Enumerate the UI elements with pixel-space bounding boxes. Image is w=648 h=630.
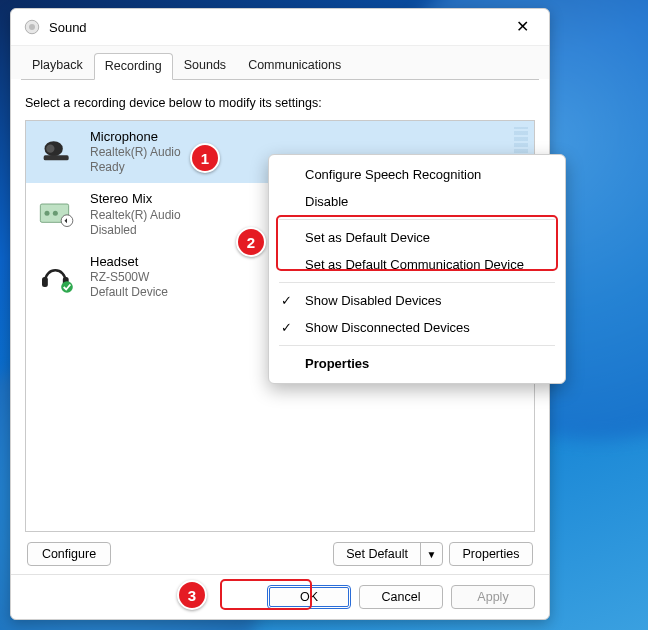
device-name: Microphone bbox=[90, 129, 181, 145]
properties-button[interactable]: Properties bbox=[449, 542, 533, 566]
set-default-split-button[interactable]: Set Default ▼ bbox=[333, 542, 443, 566]
svg-rect-4 bbox=[44, 155, 69, 160]
device-driver: Realtek(R) Audio bbox=[90, 208, 181, 223]
svg-point-7 bbox=[53, 211, 58, 216]
device-driver: RZ-S500W bbox=[90, 270, 168, 285]
ctx-properties[interactable]: Properties bbox=[269, 350, 565, 377]
ctx-set-default-device[interactable]: Set as Default Device bbox=[269, 224, 565, 251]
ctx-configure-speech[interactable]: Configure Speech Recognition bbox=[269, 161, 565, 188]
svg-point-3 bbox=[46, 145, 54, 153]
dialog-footer: OK Cancel Apply bbox=[11, 574, 549, 619]
device-driver: Realtek(R) Audio bbox=[90, 145, 181, 160]
device-status: Default Device bbox=[90, 285, 168, 300]
ctx-set-default-comm-device[interactable]: Set as Default Communication Device bbox=[269, 251, 565, 278]
titlebar: Sound ✕ bbox=[11, 9, 549, 45]
ok-button[interactable]: OK bbox=[267, 585, 351, 609]
tab-playback[interactable]: Playback bbox=[21, 52, 94, 79]
configure-button[interactable]: Configure bbox=[27, 542, 111, 566]
window-title: Sound bbox=[49, 20, 87, 35]
ctx-disable[interactable]: Disable bbox=[269, 188, 565, 215]
apply-button[interactable]: Apply bbox=[451, 585, 535, 609]
annotation-badge-3: 3 bbox=[177, 580, 207, 610]
tab-communications[interactable]: Communications bbox=[237, 52, 352, 79]
close-button[interactable]: ✕ bbox=[508, 15, 537, 39]
separator bbox=[279, 345, 555, 346]
svg-point-6 bbox=[45, 211, 50, 216]
cancel-button[interactable]: Cancel bbox=[359, 585, 443, 609]
ctx-show-disabled[interactable]: Show Disabled Devices bbox=[269, 287, 565, 314]
device-context-menu: Configure Speech Recognition Disable Set… bbox=[268, 154, 566, 384]
separator bbox=[279, 282, 555, 283]
tab-sounds[interactable]: Sounds bbox=[173, 52, 237, 79]
svg-rect-9 bbox=[42, 277, 48, 287]
device-name: Stereo Mix bbox=[90, 191, 181, 207]
soundcard-icon bbox=[36, 197, 78, 231]
annotation-badge-2: 2 bbox=[236, 227, 266, 257]
headset-icon bbox=[36, 260, 78, 294]
ctx-show-disconnected[interactable]: Show Disconnected Devices bbox=[269, 314, 565, 341]
device-status: Disabled bbox=[90, 223, 181, 238]
speaker-icon bbox=[23, 18, 41, 36]
instruction-text: Select a recording device below to modif… bbox=[25, 96, 535, 110]
webcam-icon bbox=[36, 135, 78, 169]
annotation-badge-1: 1 bbox=[190, 143, 220, 173]
tab-strip: Playback Recording Sounds Communications bbox=[11, 45, 549, 79]
device-name: Headset bbox=[90, 254, 168, 270]
chevron-down-icon[interactable]: ▼ bbox=[420, 543, 442, 565]
tab-recording[interactable]: Recording bbox=[94, 53, 173, 80]
svg-point-11 bbox=[61, 281, 73, 293]
device-status: Ready bbox=[90, 160, 181, 175]
set-default-label: Set Default bbox=[334, 543, 420, 565]
svg-point-1 bbox=[29, 24, 35, 30]
separator bbox=[279, 219, 555, 220]
